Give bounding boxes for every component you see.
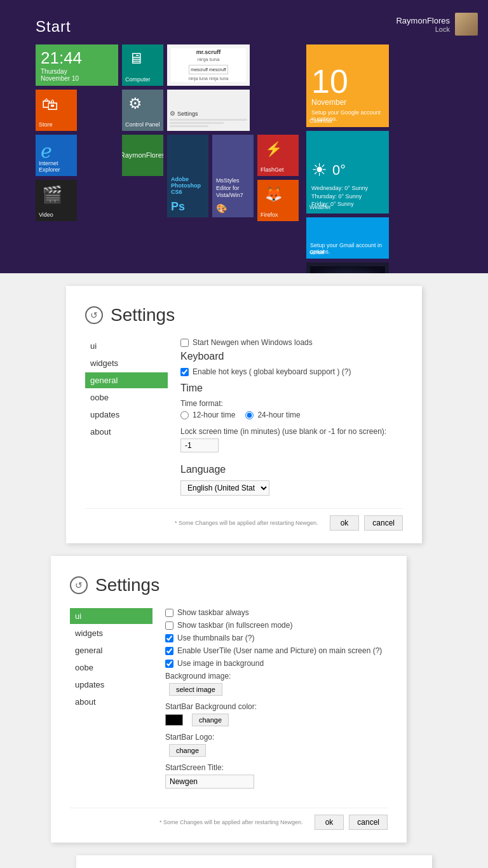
startscreen-title-input[interactable] [165, 775, 254, 789]
show-taskbar-fullscreen-label: Show taskbar (in fullscreen mode) [177, 621, 292, 630]
comic-inner: mr.scruff ninja tuna mescruff mescruff n… [171, 48, 246, 82]
back-button-1[interactable]: ↺ [85, 306, 103, 324]
firefox-tile[interactable]: 🦊 Firefox [257, 180, 299, 221]
weather-tile[interactable]: ☀ 0° Wednesday: 0° Sunny Thursday: 0° Su… [306, 131, 389, 214]
radio-12h: 12-hour time [180, 410, 235, 419]
video-label: Video [39, 212, 53, 218]
cancel-button-2[interactable]: cancel [349, 815, 388, 830]
gmail-label: Gmail [309, 249, 325, 255]
clock-tile[interactable]: 21:44 Thursday November 10 [36, 44, 118, 86]
settings-section: ↺ Settings ui widgets general oobe updat… [0, 273, 488, 868]
settings-panel-general: ↺ Settings ui widgets general oobe updat… [66, 286, 422, 543]
radio-24h-label: 24-hour time [257, 410, 300, 419]
control-panel-tile[interactable]: ⚙ Control Panel [122, 90, 163, 131]
nav-updates-2[interactable]: updates [70, 677, 152, 693]
settings-body-1: ui widgets general oobe updates about St… [85, 338, 403, 496]
firefox-label: Firefox [261, 212, 278, 218]
settings-footer-1: * Some Changes will be applied after res… [85, 508, 403, 531]
back-button-2[interactable]: ↺ [70, 576, 88, 594]
startup-label: Start Newgen when Windows loads [193, 338, 313, 347]
language-title: Language [180, 464, 403, 475]
settings-lines [170, 119, 247, 128]
ie-label: Internet Explorer [39, 160, 77, 173]
settings-content-2: Show taskbar always Show taskbar (in ful… [152, 608, 388, 795]
user-name: RaymonFlores [396, 16, 450, 25]
radio-24h-input[interactable] [245, 411, 254, 419]
startbar-bg-color-label: StartBar Background color: [165, 702, 388, 711]
photoshop-tile[interactable]: AdobePhotoshopCS6 Ps [167, 135, 208, 217]
computer-label: Computer [125, 76, 151, 83]
weather-day2: Thursday: 0° Sunny [311, 193, 384, 201]
nav-about-1[interactable]: about [85, 424, 168, 440]
settings-header-1: ↺ Settings [85, 305, 403, 325]
settings-tile[interactable]: ⚙ Settings [167, 90, 250, 131]
tiles-container: 21:44 Thursday November 10 🛍 Store ℯ Int… [36, 44, 389, 273]
startup-row: Start Newgen when Windows loads [180, 338, 403, 347]
cal-month: November [311, 98, 384, 107]
weather-temp: 0° [332, 162, 346, 179]
right-small-col: ⚡ FlashGet 🦊 Firefox [257, 135, 299, 221]
thumbnails-bar-cb[interactable] [165, 634, 173, 642]
settings-preview-header: ⚙ Settings [170, 110, 247, 117]
store-label: Store [39, 121, 53, 128]
nav-updates-1[interactable]: updates [85, 407, 168, 423]
cancel-button-1[interactable]: cancel [364, 515, 403, 531]
user-tile-cb[interactable] [165, 647, 173, 655]
tiles-col-3: mr.scruff ninja tuna mescruff mescruff n… [167, 44, 299, 273]
video-tile[interactable]: 🎬 Video [36, 180, 77, 221]
calendar-tile[interactable]: 10 November Setup your Google account in… [306, 44, 389, 127]
tiles-col-1: 21:44 Thursday November 10 🛍 Store ℯ Int… [36, 44, 118, 273]
flashget-tile[interactable]: ⚡ FlashGet [257, 135, 299, 176]
startbar-logo-label: StartBar Logo: [165, 733, 388, 742]
nav-oobe-1[interactable]: oobe [85, 390, 168, 405]
show-taskbar-always-cb[interactable] [165, 609, 173, 617]
ok-button-2[interactable]: ok [315, 815, 344, 830]
nav-general-2[interactable]: general [70, 642, 152, 658]
nav-oobe-2[interactable]: oobe [70, 660, 152, 675]
nav-widgets-2[interactable]: widgets [70, 625, 152, 641]
radio-12h-input[interactable] [180, 411, 189, 419]
raymon-tile[interactable]: RaymonFlores [122, 135, 163, 176]
settings-title-2: Settings [95, 575, 159, 595]
show-taskbar-fullscreen-cb[interactable] [165, 621, 173, 630]
startscreen-title-group: StartScreen Title: [165, 763, 388, 789]
comic-tile[interactable]: mr.scruff ninja tuna mescruff mescruff n… [167, 44, 250, 86]
start-screen: Start RaymonFlores Lock 21:44 Thursday N… [0, 0, 488, 273]
use-image-bg-row: Use image in background [165, 659, 388, 668]
nav-widgets-1[interactable]: widgets [85, 355, 168, 371]
language-select[interactable]: English (United States) [180, 480, 269, 496]
user-tile-label: Enable UserTile (User name and Picture) … [177, 646, 382, 655]
change-color-btn[interactable]: change [192, 714, 229, 726]
user-area[interactable]: RaymonFlores Lock [396, 13, 478, 36]
nav-ui-1[interactable]: ui [85, 338, 168, 354]
startup-checkbox[interactable] [180, 339, 189, 347]
cp-label: Control Panel [125, 121, 160, 128]
lock-screen-label: Lock screen time (in minutes) (use blank… [180, 427, 403, 436]
computer-tile[interactable]: 🖥 Computer [122, 44, 163, 86]
ok-button-1[interactable]: ok [330, 515, 360, 531]
weather-day1: Wednesday: 0° Sunny [311, 184, 384, 193]
gmail-tile[interactable]: Setup your Gmail account in options. Gma… [306, 217, 389, 259]
desktop-bg [310, 266, 385, 273]
hotkeys-checkbox[interactable] [180, 368, 189, 376]
nav-about-2[interactable]: about [70, 694, 152, 710]
time-format-label: Time format: [180, 399, 403, 408]
nav-general-1[interactable]: general [85, 372, 168, 388]
settings-header-2: ↺ Settings [70, 575, 388, 595]
desktop-tile[interactable]: Desktop [306, 262, 389, 273]
time-format-row: 12-hour time 24-hour time [180, 410, 403, 422]
ie-tile[interactable]: ℯ Internet Explorer [36, 135, 77, 176]
msstyles-tile[interactable]: MsStylesEditor forVista/Win7 🎨 [212, 135, 254, 217]
store-tile[interactable]: 🛍 Store [36, 90, 77, 131]
change-logo-btn[interactable]: change [169, 744, 206, 757]
settings-content-1: Start Newgen when Windows loads Keyboard… [168, 338, 403, 496]
radio-24h: 24-hour time [245, 410, 300, 419]
avatar[interactable] [455, 13, 478, 36]
lock-screen-input[interactable] [180, 438, 219, 452]
nav-ui-2[interactable]: ui [70, 608, 152, 624]
flashget-label: FlashGet [261, 166, 284, 173]
use-image-bg-cb[interactable] [165, 660, 173, 668]
user-lock[interactable]: Lock [396, 25, 450, 33]
select-image-btn[interactable]: select image [169, 683, 222, 696]
show-taskbar-always-label: Show taskbar always [177, 608, 249, 617]
